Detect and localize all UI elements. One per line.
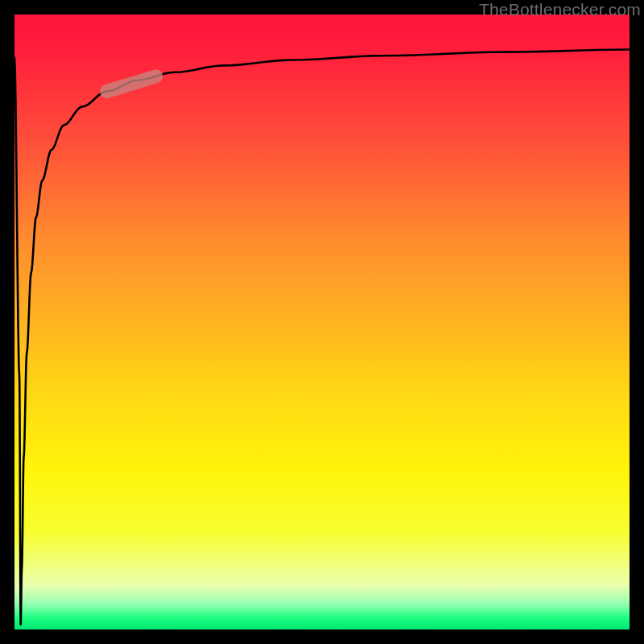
bottleneck-curve — [14, 50, 630, 625]
watermark-text: TheBottlenecker.com — [479, 0, 641, 19]
chart-frame: TheBottlenecker.com — [0, 0, 644, 644]
plot-area — [14, 14, 630, 630]
curve-svg — [14, 14, 630, 630]
curve-marker — [107, 76, 156, 92]
